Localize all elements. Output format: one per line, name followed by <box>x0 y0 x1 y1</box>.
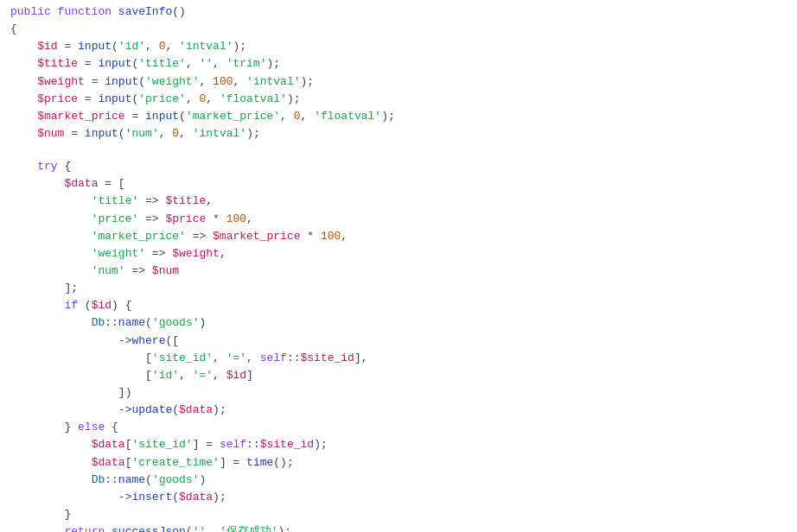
code-line: return successJson('', '保存成功'); <box>0 523 797 532</box>
code-line: if ($id) { <box>0 297 797 314</box>
line-content: 'weight' => $weight, <box>10 245 226 263</box>
line-content: if ($id) { <box>10 297 131 314</box>
code-line: ['id', '=', $id] <box>0 367 797 384</box>
line-content: return successJson('', '保存成功'); <box>10 523 291 532</box>
line-content: $title = input('title', '', 'trim'); <box>10 55 280 73</box>
code-line: 'title' => $title, <box>0 193 797 210</box>
code-line: { <box>0 21 797 38</box>
line-content: { <box>10 21 17 38</box>
line-content: 'title' => $title, <box>10 193 213 210</box>
line-content: Db::name('goods') <box>10 314 206 332</box>
code-line: ->update($data); <box>0 402 797 419</box>
line-content: $market_price = input('market_price', 0,… <box>10 108 395 125</box>
code-line: $id = input('id', 0, 'intval'); <box>0 38 797 55</box>
line-content: } <box>10 506 71 523</box>
line-content: $data['site_id'] = self::$site_id); <box>10 436 328 453</box>
code-line: Db::name('goods') <box>0 472 797 489</box>
line-content: ->insert($data); <box>10 489 226 506</box>
line-content: $num = input('num', 0, 'intval'); <box>10 125 260 142</box>
code-line: } <box>0 506 797 523</box>
code-line: $weight = input('weight', 100, 'intval')… <box>0 73 797 91</box>
line-content: 'price' => $price * 100, <box>10 211 253 228</box>
line-content: ['site_id', '=', self::$site_id], <box>10 350 368 367</box>
code-line: public function saveInfo() <box>0 3 797 21</box>
code-line: $num = input('num', 0, 'intval'); <box>0 125 797 142</box>
code-line: try { <box>0 158 797 175</box>
line-content: 'num' => $num <box>10 263 179 280</box>
code-line: 'price' => $price * 100, <box>0 211 797 228</box>
code-line <box>0 142 797 158</box>
code-line: ['site_id', '=', self::$site_id], <box>0 350 797 367</box>
code-line: 'weight' => $weight, <box>0 245 797 263</box>
line-content: $data['create_time'] = time(); <box>10 454 294 472</box>
line-content: ]; <box>10 280 78 297</box>
line-content: Db::name('goods') <box>10 472 206 489</box>
line-content: } else { <box>10 419 118 436</box>
code-line: $price = input('price', 0, 'floatval'); <box>0 91 797 108</box>
code-line: Db::name('goods') <box>0 314 797 332</box>
code-line: 'num' => $num <box>0 263 797 280</box>
code-line: ]; <box>0 280 797 297</box>
code-line: 'market_price' => $market_price * 100, <box>0 228 797 245</box>
line-content: ->update($data); <box>10 402 226 419</box>
line-content: public function saveInfo() <box>10 3 186 21</box>
line-content: try { <box>10 158 71 175</box>
code-line: $data['create_time'] = time(); <box>0 454 797 472</box>
code-line: ]) <box>0 384 797 402</box>
line-content: $price = input('price', 0, 'floatval'); <box>10 91 301 108</box>
code-line: ->insert($data); <box>0 489 797 506</box>
code-line: $data = [ <box>0 175 797 193</box>
code-line: } else { <box>0 419 797 436</box>
code-line: $market_price = input('market_price', 0,… <box>0 108 797 125</box>
line-content: $id = input('id', 0, 'intval'); <box>10 38 246 55</box>
line-content: ['id', '=', $id] <box>10 367 253 384</box>
line-content: ]) <box>10 384 131 402</box>
line-content: ->where([ <box>10 332 179 350</box>
code-line: $title = input('title', '', 'trim'); <box>0 55 797 73</box>
line-content: $weight = input('weight', 100, 'intval')… <box>10 73 314 91</box>
code-container: public function saveInfo(){ $id = input(… <box>0 0 797 532</box>
code-line: ->where([ <box>0 332 797 350</box>
line-content: $data = [ <box>10 175 125 193</box>
code-line: $data['site_id'] = self::$site_id); <box>0 436 797 453</box>
line-content: 'market_price' => $market_price * 100, <box>10 228 347 245</box>
